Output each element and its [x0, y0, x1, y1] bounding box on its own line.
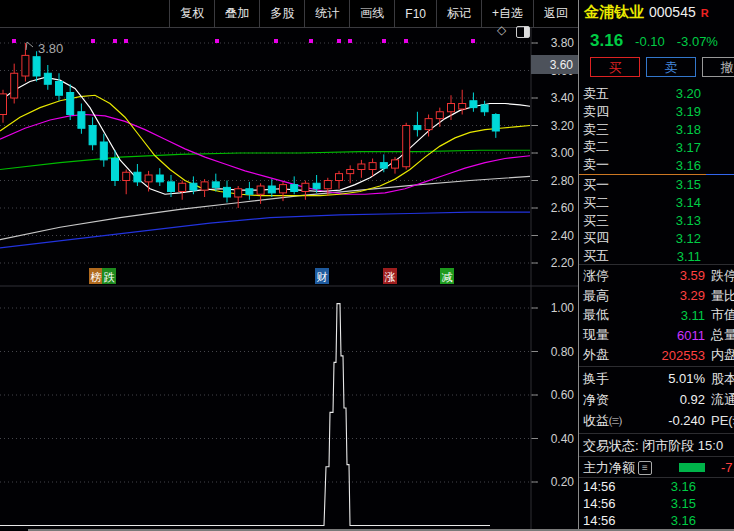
stat-limit-up: 涨停3.59跌停	[579, 266, 734, 286]
bid-row[interactable]: 买三3.13	[579, 212, 734, 230]
svg-text:涨: 涨	[385, 271, 396, 283]
price-row: 3.16 -0.10 -3.07%	[579, 31, 734, 51]
svg-text:3.80: 3.80	[38, 41, 63, 56]
toolbar: 复权 叠加 多股 统计 画线 F10 标记 +自选 返回	[0, 0, 578, 28]
separator	[579, 456, 734, 457]
buy-button[interactable]: 买	[590, 57, 640, 77]
svg-text:2.80: 2.80	[551, 174, 575, 188]
stats-block: 涨停3.59跌停 最高3.29量比 最低3.11市值 现量6011总量 外盘20…	[579, 266, 734, 365]
book-separator-blue	[706, 174, 734, 175]
svg-text:榜: 榜	[91, 271, 102, 283]
ask-row[interactable]: 卖五3.20	[579, 85, 734, 103]
svg-text:3.00: 3.00	[551, 146, 575, 160]
toolbar-button-add-watchlist[interactable]: +自选	[481, 0, 533, 27]
kline-chart[interactable]: 3.803.603.403.203.002.802.602.402.201.00…	[0, 28, 578, 531]
svg-text:财: 财	[317, 271, 328, 283]
ask-row[interactable]: 卖一3.16	[579, 156, 734, 174]
detail-list-icon[interactable]: ≡	[638, 461, 652, 475]
trade-buttons: 买 卖 撤	[579, 57, 734, 77]
ask-row[interactable]: 卖二3.17	[579, 138, 734, 156]
chart-canvas[interactable]: 3.803.603.403.203.002.802.602.402.201.00…	[0, 28, 578, 531]
stat-eps: 收益㈢-0.240PE(动	[579, 410, 734, 431]
bid-levels: 买一3.15 买二3.14 买三3.13 买四3.12 买五3.11	[579, 176, 734, 265]
svg-text:0.80: 0.80	[551, 345, 575, 359]
bid-row[interactable]: 买四3.12	[579, 229, 734, 247]
tick-row: 14:563.16	[579, 478, 734, 495]
main-capital-flow[interactable]: 主力净额 ≡ -7	[579, 458, 734, 477]
diamond-icon[interactable]: ◇	[497, 24, 506, 37]
stat-net-assets: 净资0.92流通	[579, 389, 734, 410]
tick-row: 14:563.16	[579, 512, 734, 529]
margin-flag: R	[701, 7, 709, 19]
stock-code: 000545	[649, 4, 696, 20]
ask-levels: 卖五3.20 卖四3.19 卖三3.18 卖二3.17 卖一3.16	[579, 85, 734, 174]
stock-app-window: 复权 叠加 多股 统计 画线 F10 标记 +自选 返回 3.803.603.4…	[0, 0, 734, 531]
svg-text:1.00: 1.00	[551, 301, 575, 315]
bid-row[interactable]: 买一3.15	[579, 176, 734, 194]
toolbar-button-f10[interactable]: F10	[394, 0, 436, 27]
svg-text:3.20: 3.20	[551, 119, 575, 133]
svg-text:3.40: 3.40	[551, 91, 575, 105]
stat-high: 最高3.29量比	[579, 286, 734, 306]
ask-row[interactable]: 卖三3.18	[579, 121, 734, 139]
cancel-order-button[interactable]: 撤	[702, 57, 734, 77]
stat-current-volume: 现量6011总量	[579, 325, 734, 345]
bid-row[interactable]: 买五3.11	[579, 247, 734, 265]
stat-turnover: 换手5.01%股本	[579, 368, 734, 389]
svg-text:0.60: 0.60	[551, 388, 575, 402]
svg-text:2.20: 2.20	[551, 256, 575, 270]
stat-low: 最低3.11市值	[579, 306, 734, 326]
sell-button[interactable]: 卖	[646, 57, 696, 77]
book-separator-orange	[579, 174, 706, 175]
toolbar-button-overlay[interactable]: 叠加	[214, 0, 259, 27]
svg-text:3.80: 3.80	[551, 36, 575, 50]
trading-status: 交易状态: 闭市阶段 15:0	[579, 436, 734, 456]
stock-name: 金浦钛业	[584, 3, 644, 22]
price-change-pct: -3.07%	[677, 34, 718, 49]
flow-value: -7	[721, 460, 733, 475]
toolbar-button-back[interactable]: 返回	[533, 0, 578, 27]
separator	[579, 433, 734, 434]
svg-text:减: 减	[442, 271, 453, 283]
svg-text:2.60: 2.60	[551, 201, 575, 215]
tick-row: 14:563.15	[579, 495, 734, 512]
svg-text:跌: 跌	[104, 271, 116, 283]
toolbar-button-statistics[interactable]: 统计	[304, 0, 349, 27]
ask-row[interactable]: 卖四3.19	[579, 103, 734, 121]
toolbar-button-restore-rights[interactable]: 复权	[169, 0, 214, 27]
svg-text:2.40: 2.40	[551, 229, 575, 243]
toolbar-button-multi-stock[interactable]: 多股	[259, 0, 304, 27]
last-price: 3.16	[590, 31, 623, 51]
toolbar-button-draw-line[interactable]: 画线	[349, 0, 394, 27]
flow-bar	[679, 463, 705, 472]
toolbar-button-mark[interactable]: 标记	[436, 0, 481, 27]
separator	[579, 366, 734, 367]
stock-title: 金浦钛业 000545 R	[579, 3, 734, 22]
quote-panel: 金浦钛业 000545 R 3.16 -0.10 -3.07% 买 卖 撤 卖五…	[578, 0, 734, 531]
stats-block-2: 换手5.01%股本 净资0.92流通 收益㈢-0.240PE(动	[579, 368, 734, 431]
svg-text:0.40: 0.40	[551, 432, 575, 446]
stat-outer-volume: 外盘202553内盘	[579, 345, 734, 365]
separator	[579, 264, 734, 265]
tick-list: 14:563.16 14:563.15 14:563.16 14:563.15	[579, 478, 734, 531]
svg-text:0.20: 0.20	[551, 475, 575, 489]
svg-text:3.60: 3.60	[550, 58, 574, 72]
split-window-icon[interactable]	[516, 26, 530, 38]
price-change: -0.10	[635, 34, 665, 49]
bid-row[interactable]: 买二3.14	[579, 194, 734, 212]
